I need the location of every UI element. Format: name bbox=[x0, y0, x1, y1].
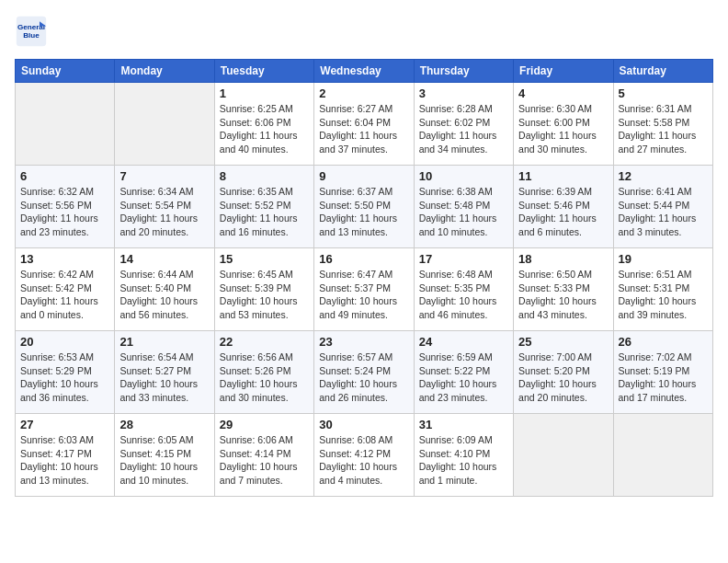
day-info: Sunrise: 6:44 AM Sunset: 5:40 PM Dayligh… bbox=[119, 268, 209, 322]
day-info: Sunrise: 6:56 AM Sunset: 5:26 PM Dayligh… bbox=[220, 350, 309, 405]
day-number: 18 bbox=[518, 252, 608, 266]
calendar-week-row: 20Sunrise: 6:53 AM Sunset: 5:29 PM Dayli… bbox=[16, 331, 713, 414]
weekday-header: Friday bbox=[514, 60, 613, 83]
calendar-cell: 18Sunrise: 6:50 AM Sunset: 5:33 PM Dayli… bbox=[514, 248, 613, 331]
day-info: Sunrise: 6:39 AM Sunset: 5:46 PM Dayligh… bbox=[518, 185, 608, 239]
calendar-header-row: SundayMondayTuesdayWednesdayThursdayFrid… bbox=[16, 60, 713, 83]
day-number: 10 bbox=[419, 169, 508, 183]
day-info: Sunrise: 6:42 AM Sunset: 5:42 PM Dayligh… bbox=[20, 268, 109, 322]
day-number: 23 bbox=[319, 335, 408, 349]
calendar-cell: 19Sunrise: 6:51 AM Sunset: 5:31 PM Dayli… bbox=[613, 248, 712, 331]
calendar-cell: 23Sunrise: 6:57 AM Sunset: 5:24 PM Dayli… bbox=[314, 331, 414, 414]
calendar-cell: 14Sunrise: 6:44 AM Sunset: 5:40 PM Dayli… bbox=[115, 248, 214, 331]
day-info: Sunrise: 6:48 AM Sunset: 5:35 PM Dayligh… bbox=[419, 268, 508, 322]
calendar-cell: 2Sunrise: 6:27 AM Sunset: 6:04 PM Daylig… bbox=[314, 83, 414, 166]
day-info: Sunrise: 6:47 AM Sunset: 5:37 PM Dayligh… bbox=[319, 268, 408, 322]
calendar-cell: 25Sunrise: 7:00 AM Sunset: 5:20 PM Dayli… bbox=[514, 331, 613, 414]
calendar-cell: 11Sunrise: 6:39 AM Sunset: 5:46 PM Dayli… bbox=[514, 166, 613, 248]
day-info: Sunrise: 6:59 AM Sunset: 5:22 PM Dayligh… bbox=[419, 350, 508, 405]
day-info: Sunrise: 6:08 AM Sunset: 4:12 PM Dayligh… bbox=[319, 433, 408, 488]
day-info: Sunrise: 6:34 AM Sunset: 5:54 PM Dayligh… bbox=[119, 185, 209, 239]
calendar-cell: 31Sunrise: 6:09 AM Sunset: 4:10 PM Dayli… bbox=[414, 414, 513, 497]
calendar-week-row: 6Sunrise: 6:32 AM Sunset: 5:56 PM Daylig… bbox=[16, 166, 713, 248]
day-number: 26 bbox=[619, 335, 708, 349]
calendar-cell: 28Sunrise: 6:05 AM Sunset: 4:15 PM Dayli… bbox=[115, 414, 214, 497]
calendar-cell: 4Sunrise: 6:30 AM Sunset: 6:00 PM Daylig… bbox=[514, 83, 613, 166]
day-number: 2 bbox=[319, 86, 408, 100]
calendar-cell: 12Sunrise: 6:41 AM Sunset: 5:44 PM Dayli… bbox=[613, 166, 712, 248]
day-number: 8 bbox=[220, 169, 309, 183]
day-number: 16 bbox=[319, 252, 408, 266]
weekday-header: Tuesday bbox=[214, 60, 313, 83]
weekday-header: Thursday bbox=[414, 60, 513, 83]
day-number: 25 bbox=[518, 335, 608, 349]
calendar-cell: 20Sunrise: 6:53 AM Sunset: 5:29 PM Dayli… bbox=[16, 331, 115, 414]
day-number: 15 bbox=[220, 252, 309, 266]
day-number: 12 bbox=[619, 169, 708, 183]
day-number: 3 bbox=[419, 86, 508, 100]
calendar-cell: 27Sunrise: 6:03 AM Sunset: 4:17 PM Dayli… bbox=[16, 414, 115, 497]
calendar-cell: 15Sunrise: 6:45 AM Sunset: 5:39 PM Dayli… bbox=[214, 248, 313, 331]
day-number: 13 bbox=[20, 252, 109, 266]
day-number: 30 bbox=[319, 418, 408, 431]
day-number: 7 bbox=[119, 169, 209, 183]
calendar-cell: 6Sunrise: 6:32 AM Sunset: 5:56 PM Daylig… bbox=[16, 166, 115, 248]
calendar-week-row: 1Sunrise: 6:25 AM Sunset: 6:06 PM Daylig… bbox=[16, 83, 713, 166]
day-info: Sunrise: 6:45 AM Sunset: 5:39 PM Dayligh… bbox=[220, 268, 309, 322]
day-info: Sunrise: 6:28 AM Sunset: 6:02 PM Dayligh… bbox=[419, 102, 508, 156]
day-info: Sunrise: 6:54 AM Sunset: 5:27 PM Dayligh… bbox=[119, 350, 209, 405]
calendar-cell: 22Sunrise: 6:56 AM Sunset: 5:26 PM Dayli… bbox=[214, 331, 313, 414]
day-info: Sunrise: 6:05 AM Sunset: 4:15 PM Dayligh… bbox=[119, 433, 209, 488]
calendar-cell: 7Sunrise: 6:34 AM Sunset: 5:54 PM Daylig… bbox=[115, 166, 214, 248]
day-info: Sunrise: 6:25 AM Sunset: 6:06 PM Dayligh… bbox=[220, 102, 309, 156]
weekday-header: Saturday bbox=[613, 60, 712, 83]
calendar-week-row: 27Sunrise: 6:03 AM Sunset: 4:17 PM Dayli… bbox=[16, 414, 713, 497]
day-number: 17 bbox=[419, 252, 508, 266]
calendar-cell: 13Sunrise: 6:42 AM Sunset: 5:42 PM Dayli… bbox=[16, 248, 115, 331]
day-number: 21 bbox=[119, 335, 209, 349]
day-info: Sunrise: 6:30 AM Sunset: 6:00 PM Dayligh… bbox=[518, 102, 608, 156]
day-info: Sunrise: 6:41 AM Sunset: 5:44 PM Dayligh… bbox=[619, 185, 708, 239]
calendar-cell: 5Sunrise: 6:31 AM Sunset: 5:58 PM Daylig… bbox=[613, 83, 712, 166]
svg-text:Blue: Blue bbox=[23, 31, 40, 40]
weekday-header: Monday bbox=[115, 60, 214, 83]
day-number: 1 bbox=[220, 86, 309, 100]
day-info: Sunrise: 6:35 AM Sunset: 5:52 PM Dayligh… bbox=[220, 185, 309, 239]
day-number: 29 bbox=[220, 418, 309, 431]
calendar-cell: 24Sunrise: 6:59 AM Sunset: 5:22 PM Dayli… bbox=[414, 331, 513, 414]
calendar: SundayMondayTuesdayWednesdayThursdayFrid… bbox=[15, 59, 713, 497]
day-info: Sunrise: 6:53 AM Sunset: 5:29 PM Dayligh… bbox=[20, 350, 109, 405]
calendar-cell: 30Sunrise: 6:08 AM Sunset: 4:12 PM Dayli… bbox=[314, 414, 414, 497]
page-header: General Blue bbox=[15, 15, 713, 48]
day-info: Sunrise: 6:38 AM Sunset: 5:48 PM Dayligh… bbox=[419, 185, 508, 239]
day-info: Sunrise: 7:00 AM Sunset: 5:20 PM Dayligh… bbox=[518, 350, 608, 405]
day-number: 31 bbox=[419, 418, 508, 431]
calendar-cell: 9Sunrise: 6:37 AM Sunset: 5:50 PM Daylig… bbox=[314, 166, 414, 248]
day-number: 20 bbox=[20, 335, 109, 349]
calendar-cell: 21Sunrise: 6:54 AM Sunset: 5:27 PM Dayli… bbox=[115, 331, 214, 414]
calendar-cell: 29Sunrise: 6:06 AM Sunset: 4:14 PM Dayli… bbox=[214, 414, 313, 497]
calendar-cell bbox=[16, 83, 115, 166]
calendar-cell bbox=[514, 414, 613, 497]
day-number: 6 bbox=[20, 169, 109, 183]
day-number: 11 bbox=[518, 169, 608, 183]
day-number: 4 bbox=[518, 86, 608, 100]
calendar-cell: 17Sunrise: 6:48 AM Sunset: 5:35 PM Dayli… bbox=[414, 248, 513, 331]
day-info: Sunrise: 6:06 AM Sunset: 4:14 PM Dayligh… bbox=[220, 433, 309, 488]
day-info: Sunrise: 6:50 AM Sunset: 5:33 PM Dayligh… bbox=[518, 268, 608, 322]
day-info: Sunrise: 6:03 AM Sunset: 4:17 PM Dayligh… bbox=[20, 433, 109, 488]
day-number: 28 bbox=[119, 418, 209, 431]
logo: General Blue bbox=[15, 15, 53, 48]
calendar-cell: 3Sunrise: 6:28 AM Sunset: 6:02 PM Daylig… bbox=[414, 83, 513, 166]
calendar-week-row: 13Sunrise: 6:42 AM Sunset: 5:42 PM Dayli… bbox=[16, 248, 713, 331]
day-info: Sunrise: 6:51 AM Sunset: 5:31 PM Dayligh… bbox=[619, 268, 708, 322]
day-number: 27 bbox=[20, 418, 109, 431]
day-info: Sunrise: 6:27 AM Sunset: 6:04 PM Dayligh… bbox=[319, 102, 408, 156]
day-number: 19 bbox=[619, 252, 708, 266]
day-number: 14 bbox=[119, 252, 209, 266]
day-info: Sunrise: 7:02 AM Sunset: 5:19 PM Dayligh… bbox=[619, 350, 708, 405]
calendar-cell: 26Sunrise: 7:02 AM Sunset: 5:19 PM Dayli… bbox=[613, 331, 712, 414]
calendar-cell: 1Sunrise: 6:25 AM Sunset: 6:06 PM Daylig… bbox=[214, 83, 313, 166]
weekday-header: Sunday bbox=[16, 60, 115, 83]
calendar-cell bbox=[613, 414, 712, 497]
